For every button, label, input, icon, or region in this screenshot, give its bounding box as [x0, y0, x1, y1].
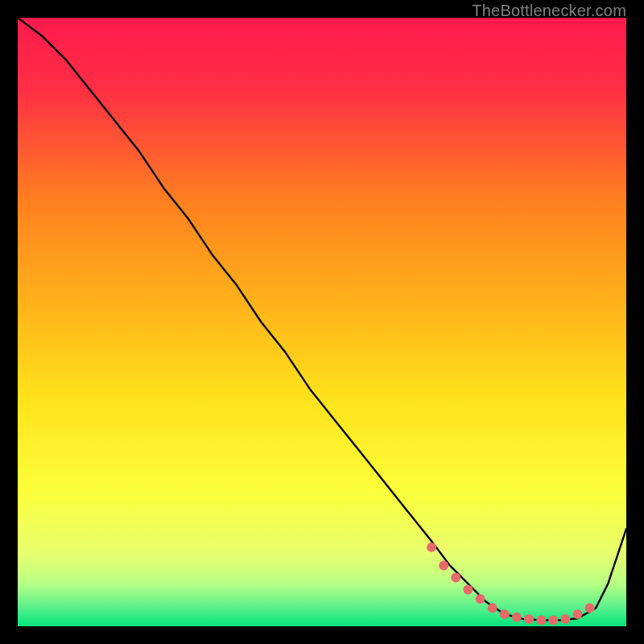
marker-dot — [500, 609, 510, 619]
marker-dot — [439, 560, 448, 570]
marker-dot — [512, 613, 522, 622]
marker-dot — [488, 603, 497, 613]
marker-dot — [548, 615, 558, 625]
marker-dot — [585, 603, 595, 613]
marker-dot — [451, 573, 460, 583]
marker-dot — [476, 594, 485, 604]
bottleneck-curve-chart — [18, 18, 626, 626]
marker-dot — [427, 543, 436, 552]
marker-dot — [536, 615, 546, 625]
marker-dot — [463, 585, 473, 595]
gradient-background — [18, 18, 626, 626]
marker-dot — [560, 614, 570, 624]
marker-dot — [524, 614, 534, 624]
chart-frame: TheBottlenecker.com — [0, 0, 644, 644]
marker-dot — [573, 609, 583, 619]
